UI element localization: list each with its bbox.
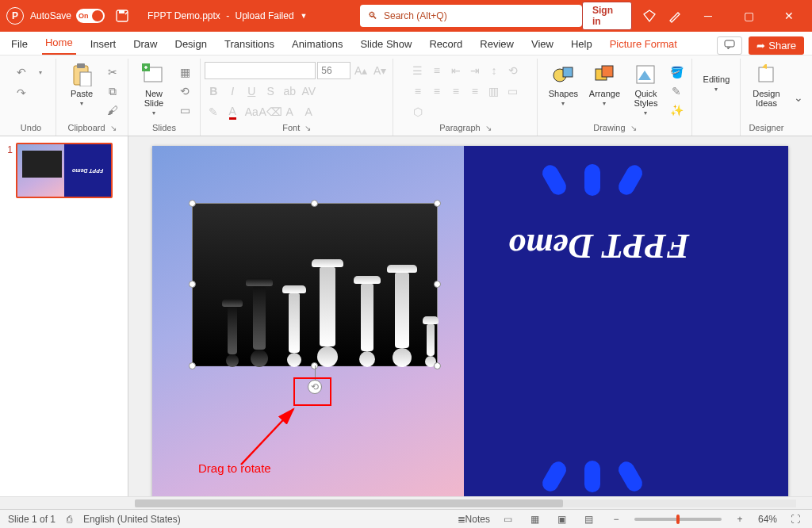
paste-button[interactable]: Paste▾ xyxy=(63,59,101,107)
tab-help[interactable]: Help xyxy=(568,34,596,55)
tab-draw[interactable]: Draw xyxy=(130,34,160,55)
tab-review[interactable]: Review xyxy=(477,34,517,55)
arrange-button[interactable]: Arrange▾ xyxy=(585,59,623,107)
zoom-in-button[interactable]: + xyxy=(731,512,749,526)
dialog-launcher-icon[interactable]: ↘ xyxy=(630,124,637,132)
cut-button[interactable]: ✂ xyxy=(104,63,121,81)
spacing-button[interactable]: AV xyxy=(300,82,317,100)
format-painter-button[interactable]: 🖌 xyxy=(104,101,121,119)
font-family-select[interactable] xyxy=(205,62,316,79)
char-format2[interactable]: A xyxy=(300,103,317,121)
zoom-slider[interactable] xyxy=(634,518,722,521)
align-text-button[interactable]: ▭ xyxy=(504,82,522,100)
bold-button[interactable]: B xyxy=(205,82,222,100)
signin-button[interactable]: Sign in xyxy=(582,2,632,30)
comments-button[interactable] xyxy=(717,36,742,55)
change-case-button[interactable]: Aa xyxy=(243,103,260,121)
horizontal-scrollbar[interactable] xyxy=(0,496,812,509)
tab-insert[interactable]: Insert xyxy=(87,34,120,55)
sorter-view-button[interactable]: ▦ xyxy=(527,512,544,526)
slideshow-view-button[interactable]: ▤ xyxy=(580,512,598,526)
shapes-button[interactable]: Shapes▾ xyxy=(544,59,582,107)
vertical-scrollbar[interactable] xyxy=(799,136,812,496)
share-button[interactable]: ➦ Share xyxy=(749,36,804,55)
shadow-button[interactable]: ab xyxy=(281,82,298,100)
shape-effects-button[interactable]: ✨ xyxy=(668,101,685,119)
maximize-button[interactable]: ▢ xyxy=(733,3,765,29)
editing-button[interactable]: Editing▾ xyxy=(699,59,733,93)
indent-inc-button[interactable]: ⇥ xyxy=(466,62,484,79)
resize-handle[interactable] xyxy=(311,200,318,207)
tab-animations[interactable]: Animations xyxy=(289,34,346,55)
tab-file[interactable]: File xyxy=(8,34,31,55)
slide-counter[interactable]: Slide 1 of 1 xyxy=(8,514,56,525)
align-right-button[interactable]: ≡ xyxy=(447,82,465,100)
highlight-button[interactable]: ✎ xyxy=(205,103,222,121)
search-input[interactable]: 🔍︎ Search (Alt+Q) xyxy=(360,5,582,27)
shape-fill-button[interactable]: 🪣 xyxy=(668,63,685,81)
layout-button[interactable]: ▦ xyxy=(176,63,193,81)
resize-handle[interactable] xyxy=(189,200,196,207)
tab-transitions[interactable]: Transitions xyxy=(221,34,278,55)
collapse-ribbon-button[interactable]: ⌄ xyxy=(791,91,812,104)
reset-button[interactable]: ⟲ xyxy=(176,82,193,100)
justify-button[interactable]: ≡ xyxy=(466,82,484,100)
char-format1[interactable]: A xyxy=(281,103,298,121)
slide-title-text[interactable]: FPPT Demo xyxy=(508,226,690,266)
dialog-launcher-icon[interactable]: ↘ xyxy=(304,124,311,132)
tab-picture-format[interactable]: Picture Format xyxy=(607,34,680,55)
dialog-launcher-icon[interactable]: ↘ xyxy=(485,124,492,132)
quick-styles-button[interactable]: Quick Styles▾ xyxy=(626,59,665,117)
resize-handle[interactable] xyxy=(434,362,441,369)
minimize-button[interactable]: ─ xyxy=(691,3,724,29)
strike-button[interactable]: S xyxy=(262,82,279,100)
autosave-toggle[interactable]: AutoSave On xyxy=(30,9,105,23)
redo-button[interactable]: ↷ xyxy=(13,84,30,101)
document-title[interactable]: FPPT Demo.pptx - Upload Failed ▼ xyxy=(147,10,307,21)
tab-design[interactable]: Design xyxy=(172,34,210,55)
notes-button[interactable]: ≣Notes xyxy=(458,514,490,525)
grow-font-button[interactable]: A▴ xyxy=(352,62,370,79)
tab-home[interactable]: Home xyxy=(42,33,76,55)
pen-icon[interactable] xyxy=(666,6,684,25)
design-ideas-button[interactable]: Design Ideas xyxy=(747,59,785,108)
undo-dropdown[interactable]: ▾ xyxy=(32,63,49,81)
close-button[interactable]: ✕ xyxy=(773,3,806,29)
zoom-out-button[interactable]: − xyxy=(607,512,625,526)
resize-handle[interactable] xyxy=(434,200,441,207)
numbering-button[interactable]: ≡ xyxy=(428,62,446,79)
selected-picture[interactable]: ⟲ xyxy=(192,203,438,366)
shrink-font-button[interactable]: A▾ xyxy=(371,62,389,79)
slide-canvas[interactable]: FPPT Demo xyxy=(152,146,788,496)
columns-button[interactable]: ▥ xyxy=(485,82,503,100)
normal-view-button[interactable]: ▭ xyxy=(500,512,517,526)
resize-handle[interactable] xyxy=(189,362,196,369)
accessibility-icon[interactable]: ⎙ xyxy=(67,514,72,525)
diamond-icon[interactable] xyxy=(640,6,657,25)
slide-editor[interactable]: FPPT Demo xyxy=(128,136,812,496)
section-button[interactable]: ▭ xyxy=(176,101,193,119)
save-icon[interactable] xyxy=(113,6,132,25)
resize-handle[interactable] xyxy=(434,281,441,288)
language-status[interactable]: English (United States) xyxy=(83,514,181,525)
italic-button[interactable]: I xyxy=(224,82,241,100)
underline-button[interactable]: U xyxy=(243,82,260,100)
chevron-down-icon[interactable]: ▼ xyxy=(301,12,308,20)
zoom-level[interactable]: 64% xyxy=(758,514,777,525)
toggle-switch-icon[interactable]: On xyxy=(76,9,105,23)
dialog-launcher-icon[interactable]: ↘ xyxy=(110,124,117,132)
tab-slideshow[interactable]: Slide Show xyxy=(357,34,415,55)
tab-view[interactable]: View xyxy=(528,34,557,55)
font-color-button[interactable]: A xyxy=(224,103,241,121)
indent-dec-button[interactable]: ⇤ xyxy=(447,62,465,79)
bullets-button[interactable]: ☰ xyxy=(409,62,427,79)
shape-outline-button[interactable]: ✎ xyxy=(668,82,685,100)
align-center-button[interactable]: ≡ xyxy=(428,82,446,100)
smartart-button[interactable]: ⬡ xyxy=(409,103,427,121)
undo-button[interactable]: ↶ xyxy=(13,63,30,81)
fit-to-window-button[interactable]: ⛶ xyxy=(787,512,804,526)
tab-record[interactable]: Record xyxy=(426,34,465,55)
reading-view-button[interactable]: ▣ xyxy=(553,512,571,526)
new-slide-button[interactable]: New Slide▾ xyxy=(135,59,173,117)
align-left-button[interactable]: ≡ xyxy=(409,82,427,100)
